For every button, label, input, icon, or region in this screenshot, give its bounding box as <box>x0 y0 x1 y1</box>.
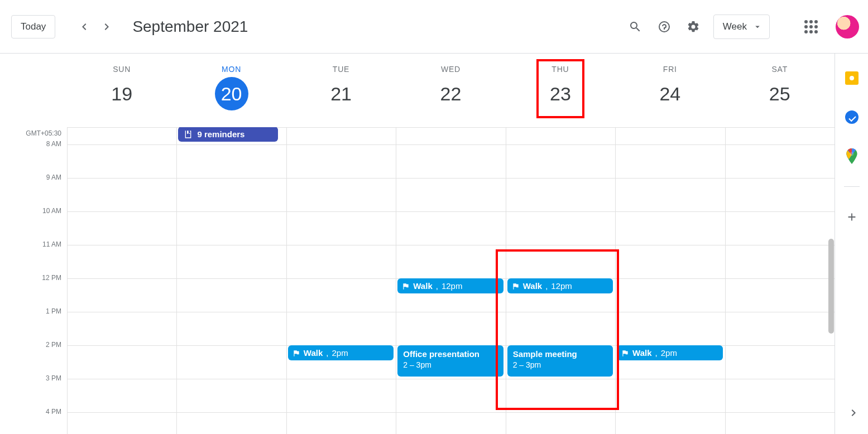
day-abbr: FRI <box>663 65 677 74</box>
flag-icon <box>512 282 520 290</box>
header: Today September 2021 Week <box>0 0 868 54</box>
chevron-right-icon <box>847 406 860 419</box>
hour-label: 8 AM <box>46 140 61 148</box>
chevron-left-icon <box>78 20 91 33</box>
day-column-fri[interactable]: Walk, 2pm <box>615 128 725 434</box>
settings-button[interactable] <box>680 13 707 40</box>
flag-icon <box>402 282 410 290</box>
prev-week-button[interactable] <box>73 16 95 38</box>
day-column-wed[interactable]: Walk, 12pm Office presentation 2 – 3pm <box>396 128 505 434</box>
side-panel-tasks[interactable] <box>843 108 861 126</box>
day-header-wed[interactable]: WED 22 <box>396 54 505 127</box>
event-time: 2 – 3pm <box>513 360 607 370</box>
maps-pin-icon <box>846 148 858 164</box>
reminder-hand-icon <box>184 130 193 139</box>
event-sample-meeting[interactable]: Sample meeting 2 – 3pm <box>507 345 613 377</box>
next-week-button[interactable] <box>95 16 118 38</box>
side-panel-maps[interactable] <box>843 147 861 165</box>
svg-point-0 <box>850 152 853 156</box>
side-panel <box>835 54 868 434</box>
account-avatar[interactable] <box>836 15 859 38</box>
view-select-label: Week <box>723 21 747 32</box>
today-button[interactable]: Today <box>11 15 55 38</box>
day-number: 21 <box>324 77 358 110</box>
hour-label: 12 PM <box>42 274 61 282</box>
google-apps-button[interactable] <box>798 13 824 40</box>
day-number: 20 <box>215 77 248 110</box>
day-header-tue[interactable]: TUE 21 <box>286 54 396 127</box>
day-header-fri[interactable]: FRI 24 <box>615 54 725 127</box>
task-walk-tue-2pm[interactable]: Walk, 2pm <box>288 345 394 360</box>
timezone-label: GMT+05:30 <box>26 129 61 137</box>
scrollbar[interactable] <box>828 239 834 334</box>
calendar-grid[interactable]: GMT+05:30 8 AM 9 AM 10 AM 11 AM 12 PM 1 … <box>0 127 835 434</box>
hour-label: 11 AM <box>42 240 61 248</box>
chevron-right-icon <box>100 20 113 33</box>
event-title: Office presentation <box>403 349 497 360</box>
day-abbr: WED <box>441 65 461 74</box>
flag-icon <box>621 349 629 357</box>
search-icon <box>629 20 642 33</box>
time-gutter: GMT+05:30 8 AM 9 AM 10 AM 11 AM 12 PM 1 … <box>0 127 67 434</box>
hour-label: 1 PM <box>46 307 61 315</box>
day-number: 23 <box>544 77 577 110</box>
day-column-mon[interactable]: 9 reminders <box>176 128 286 434</box>
day-abbr: SAT <box>771 65 788 74</box>
keep-icon <box>845 71 859 85</box>
day-abbr: TUE <box>333 65 349 74</box>
event-office-presentation[interactable]: Office presentation 2 – 3pm <box>397 345 503 377</box>
task-walk-wed-12pm[interactable]: Walk, 12pm <box>397 278 503 293</box>
side-panel-keep[interactable] <box>843 69 861 87</box>
tasks-icon <box>845 110 859 124</box>
task-time: 12pm <box>442 281 463 291</box>
day-number: 22 <box>434 77 467 110</box>
event-title: Sample meeting <box>513 349 607 360</box>
task-time: 2pm <box>332 348 348 358</box>
hour-label: 2 PM <box>46 341 61 349</box>
side-panel-addons[interactable] <box>843 208 861 226</box>
day-header-sat[interactable]: SAT 25 <box>725 54 835 127</box>
reminder-chip-mon[interactable]: 9 reminders <box>178 127 277 142</box>
plus-icon <box>846 211 858 223</box>
task-walk-thu-12pm[interactable]: Walk, 12pm <box>507 278 613 293</box>
day-header-sun[interactable]: SUN 19 <box>67 54 176 127</box>
dropdown-icon <box>752 22 763 32</box>
search-button[interactable] <box>622 13 649 40</box>
day-column-sun[interactable] <box>67 128 176 434</box>
task-title: Walk <box>413 281 432 291</box>
day-number: 25 <box>763 77 797 110</box>
day-header-mon[interactable]: MON 20 <box>176 54 286 127</box>
view-select[interactable]: Week <box>713 15 770 39</box>
gear-icon <box>687 20 700 33</box>
current-range-title: September 2021 <box>132 18 248 36</box>
hour-label: 10 AM <box>42 207 61 215</box>
hour-label: 4 PM <box>46 408 61 416</box>
help-icon <box>658 20 671 33</box>
task-title: Walk <box>304 348 323 358</box>
day-header-thu[interactable]: THU 23 <box>506 54 615 127</box>
day-abbr: THU <box>552 65 569 74</box>
task-time: 12pm <box>551 281 572 291</box>
task-title: Walk <box>632 348 651 358</box>
reminder-chip-label: 9 reminders <box>197 129 244 139</box>
side-panel-divider <box>844 186 860 187</box>
apps-grid-icon <box>804 20 818 33</box>
day-column-thu[interactable]: Walk, 12pm Sample meeting 2 – 3pm <box>506 128 615 434</box>
day-abbr: SUN <box>113 65 131 74</box>
day-column-tue[interactable]: Walk, 2pm <box>286 128 396 434</box>
day-abbr: MON <box>222 65 241 74</box>
task-title: Walk <box>523 281 542 291</box>
task-walk-fri-2pm[interactable]: Walk, 2pm <box>617 345 722 360</box>
hour-label: 3 PM <box>46 374 61 382</box>
day-number: 19 <box>105 77 138 110</box>
day-headers-row: SUN 19 MON 20 TUE 21 WED 22 THU 23 <box>0 54 835 127</box>
day-number: 24 <box>653 77 687 110</box>
hide-side-panel-button[interactable] <box>842 402 865 424</box>
help-button[interactable] <box>651 13 678 40</box>
hour-label: 9 AM <box>46 173 61 181</box>
task-time: 2pm <box>661 348 677 358</box>
event-time: 2 – 3pm <box>403 360 497 370</box>
day-column-sat[interactable] <box>725 128 835 434</box>
flag-icon <box>292 349 300 357</box>
